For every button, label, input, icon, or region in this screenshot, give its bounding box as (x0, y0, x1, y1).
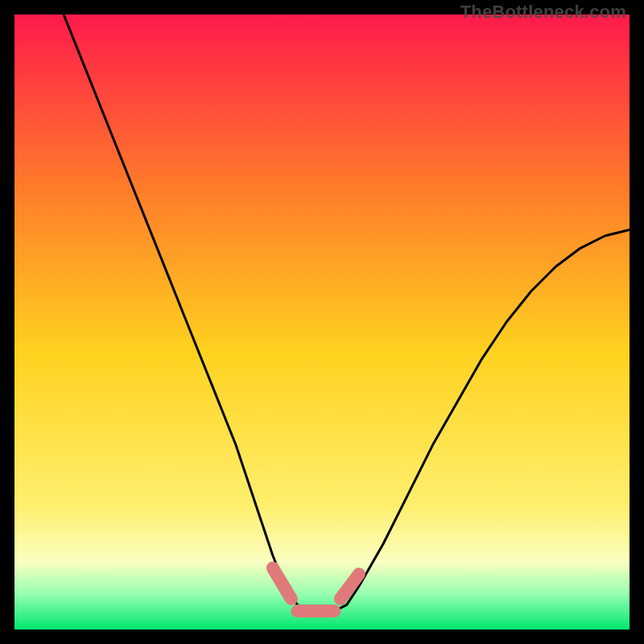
gradient-background (14, 14, 630, 630)
chart-frame (14, 14, 630, 630)
bottleneck-chart (14, 14, 630, 630)
watermark-text: TheBottleneck.com (460, 2, 626, 23)
